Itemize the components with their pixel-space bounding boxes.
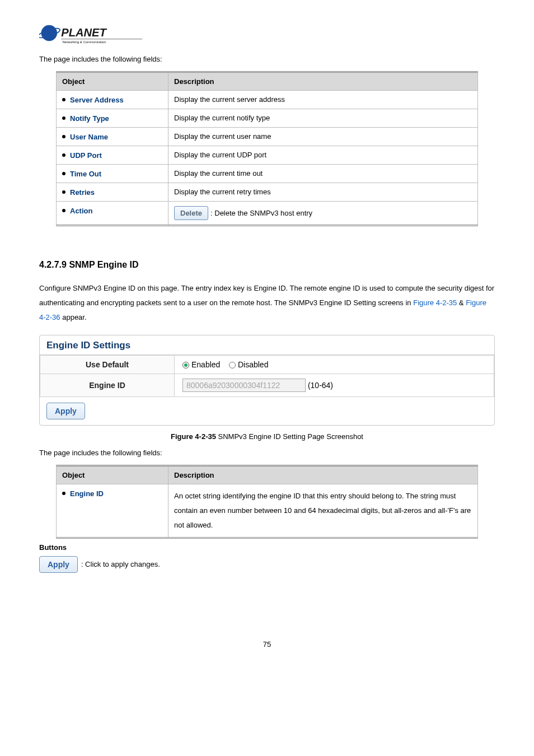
brand-logo: PLANET Networking & Communication [39,22,495,49]
delete-button[interactable]: Delete [174,206,208,220]
figure-link-35[interactable]: Figure 4-2-35 [413,298,457,307]
apply-button[interactable]: Apply [46,403,85,419]
col-object: Object [57,465,168,484]
apply-button-desc: : Click to apply changes. [81,560,160,568]
table-row: Notify Type Display the current notify t… [57,109,478,127]
table-row: Engine ID An octet string identifying th… [57,484,478,538]
engine-id-input[interactable] [182,379,306,392]
section-heading: 4.2.7.9 SNMP Engine ID [39,260,495,270]
radio-disabled[interactable] [229,362,236,368]
fields-table-2: Object Description Engine ID An octet st… [56,465,478,539]
col-description: Description [168,465,478,484]
radio-enabled[interactable] [182,362,189,368]
use-default-label: Use Default [40,355,175,374]
table-row: UDP Port Display the current UDP port [57,146,478,164]
svg-point-0 [41,25,58,41]
engine-id-settings-panel: Engine ID Settings Use Default Enabled D… [39,335,495,426]
radio-disabled-label: Disabled [238,360,268,369]
intro-text-1: The page includes the following fields: [39,55,495,63]
table-row: Retries Display the current retry times [57,183,478,201]
intro-text-2: The page includes the following fields: [39,449,495,457]
delete-desc: : Delete the SNMPv3 host entry [210,209,312,217]
fields-table-1: Object Description Server Address Displa… [56,71,478,226]
table-row: User Name Display the current user name [57,127,478,146]
figure-caption: Figure 4-2-35 SNMPv3 Engine ID Setting P… [39,432,495,441]
col-object: Object [57,72,168,90]
planet-logo-icon: PLANET Networking & Communication [39,22,146,49]
svg-text:PLANET: PLANET [61,26,107,39]
apply-button[interactable]: Apply [39,556,78,573]
engine-id-label: Engine ID [40,374,175,396]
section-body: Configure SNMPv3 Engine ID on this page.… [39,281,495,325]
col-description: Description [168,72,478,90]
table-row: Server Address Display the current serve… [57,90,478,109]
engine-id-row: Engine ID (10-64) [40,374,494,396]
buttons-heading: Buttons [39,543,495,552]
use-default-row: Use Default Enabled Disabled [40,355,494,374]
radio-enabled-label: Enabled [191,360,220,369]
engine-panel-header: Engine ID Settings [40,335,494,355]
page-number: 75 [39,640,495,665]
table-row: Action Delete: Delete the SNMPv3 host en… [57,201,478,225]
svg-text:Networking & Communication: Networking & Communication [63,40,106,44]
table-row: Time Out Display the current time out [57,164,478,183]
engine-id-hint: (10-64) [308,381,333,390]
